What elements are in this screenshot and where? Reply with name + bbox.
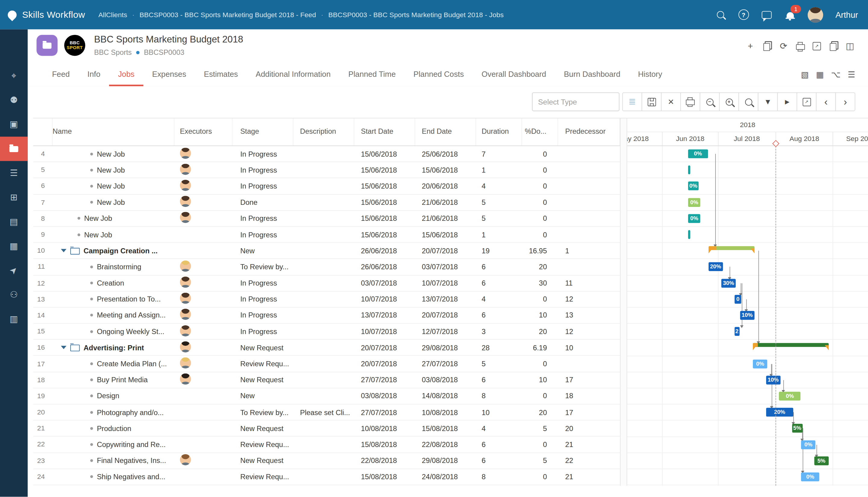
sidebar-item-documents[interactable]: ▤	[0, 210, 28, 234]
tab-planned-costs[interactable]: Planned Costs	[405, 63, 473, 86]
collapse-caret-icon[interactable]	[61, 346, 66, 350]
next-button[interactable]: ›	[836, 93, 855, 111]
panel-divider[interactable]	[620, 118, 627, 486]
table-row[interactable]: 4New JobIn Progress15/06/201825/06/20187…	[33, 146, 620, 162]
breadcrumb-item[interactable]: BBCSP0003 - BBC Sports Marketing Budget …	[328, 11, 504, 19]
list-icon[interactable]: ☰	[848, 70, 855, 79]
tab-planned-time[interactable]: Planned Time	[339, 63, 405, 86]
tab-additional-information[interactable]: Additional Information	[247, 63, 340, 86]
gantt-bar[interactable]	[688, 166, 690, 174]
collapse-caret-icon[interactable]	[61, 249, 66, 252]
gantt-bar[interactable]: 0%	[688, 182, 699, 190]
table-row[interactable]: 15Ongoing Weekly St...In Progress10/07/2…	[33, 324, 620, 340]
table-row[interactable]: 23Final Negatives, Ins...New Request22/0…	[33, 453, 620, 469]
gantt-bar[interactable]: 0%	[688, 214, 700, 223]
sidebar-item-tasks[interactable]: ☰	[0, 161, 28, 185]
add-button[interactable]: +	[745, 41, 756, 52]
table-row[interactable]: 19DesignNew03/08/201814/08/20188018	[33, 388, 620, 404]
client-name[interactable]: BBC Sports	[94, 48, 132, 57]
refresh-button[interactable]: ⟳	[778, 41, 789, 52]
table-row[interactable]: 20Photography and/o...To Review by...Ple…	[33, 404, 620, 421]
breadcrumb-item[interactable]: BBCSP0003 - BBC Sports Marketing Budget …	[140, 11, 316, 19]
table-row[interactable]: 8New JobIn Progress15/06/201821/06/20185…	[33, 211, 620, 227]
user-avatar[interactable]	[808, 7, 823, 22]
table-row[interactable]: 7New JobDone15/06/201821/06/201850	[33, 195, 620, 211]
clear-button[interactable]: ×	[661, 93, 681, 111]
gantt-bar[interactable]: 0%	[779, 392, 801, 400]
table-row[interactable]: 6New JobIn Progress15/06/201820/06/20184…	[33, 178, 620, 195]
gantt-bar[interactable]: 20%	[709, 262, 723, 271]
tab-overall-dashboard[interactable]: Overall Dashboard	[473, 63, 555, 86]
gantt-bar[interactable]: 0%	[688, 198, 700, 207]
play-button[interactable]: ▸	[777, 93, 797, 111]
tab-info[interactable]: Info	[79, 63, 109, 86]
export-button[interactable]: ↗	[812, 41, 822, 52]
select-type-input[interactable]	[532, 93, 619, 111]
breadcrumb-item[interactable]: AllClients	[98, 11, 127, 19]
search-icon[interactable]	[715, 9, 726, 20]
table-row[interactable]: 24Ship Negatives and...Review Requ...15/…	[33, 469, 620, 485]
sidebar-item-people[interactable]: ⚇	[0, 283, 28, 307]
tab-feed[interactable]: Feed	[43, 63, 78, 86]
sidebar-item-pointer[interactable]: ➤	[0, 258, 28, 283]
sidebar-item-location[interactable]: ⌖	[0, 63, 28, 88]
gantt-bar[interactable]: 5%	[814, 456, 828, 465]
table-row[interactable]: 14Meeting and Assign...In Progress13/07/…	[33, 308, 620, 324]
prev-button[interactable]: ‹	[816, 93, 836, 111]
cascade-button[interactable]	[828, 41, 839, 52]
gantt-bar[interactable]: 2	[734, 327, 740, 336]
table-row[interactable]: 17Create Media Plan (...Review Requ...20…	[33, 356, 620, 372]
gantt-bar[interactable]: 0	[734, 295, 741, 303]
hierarchy-icon[interactable]: ⌥	[831, 70, 841, 79]
table-row[interactable]: 13Presentation to To...In Progress10/07/…	[33, 291, 620, 308]
table-row[interactable]: 16Advertising: PrintNew Request20/07/201…	[33, 340, 620, 356]
table-row[interactable]: 21ProductionNew Request10/08/201815/08/2…	[33, 421, 620, 437]
table-row[interactable]: 5New JobIn Progress15/06/201815/06/20181…	[33, 162, 620, 179]
tab-expenses[interactable]: Expenses	[143, 63, 195, 86]
gantt-bar[interactable]: 0%	[801, 440, 815, 449]
tab-history[interactable]: History	[629, 63, 671, 86]
user-name[interactable]: Arthur	[836, 10, 858, 19]
chat-icon[interactable]	[761, 9, 772, 20]
sidebar-item-board[interactable]: ▦	[0, 234, 28, 258]
table-row[interactable]: 12CreationIn Progress03/07/201810/07/201…	[33, 275, 620, 292]
table-icon[interactable]: ▦	[816, 70, 824, 79]
help-icon[interactable]: ?	[738, 9, 749, 20]
zoom-dropdown-button[interactable]: ▾	[758, 93, 778, 111]
gantt-bar[interactable]: 30%	[722, 279, 736, 287]
tab-burn-dashboard[interactable]: Burn Dashboard	[555, 63, 629, 86]
sidebar-item-finance[interactable]: ⊞	[0, 185, 28, 210]
table-row[interactable]: 18Buy Print MediaNew Request27/07/201803…	[33, 372, 620, 388]
gantt-summary-bar[interactable]	[709, 246, 754, 255]
gantt-summary-bar[interactable]	[753, 343, 828, 352]
columns-button[interactable]: ◫	[845, 41, 855, 52]
project-folder-button[interactable]	[37, 35, 58, 56]
gantt-bar[interactable]: 10%	[766, 375, 780, 384]
export-button[interactable]: ↗	[797, 93, 816, 111]
table-row[interactable]: 11BrainstormingTo Review by...26/06/2018…	[33, 259, 620, 275]
critical-path-button[interactable]: ≣	[622, 93, 642, 111]
gantt-bar[interactable]	[688, 230, 690, 239]
table-row[interactable]: 22Copywriting and Re...Review Requ...15/…	[33, 437, 620, 453]
tab-jobs[interactable]: Jobs	[109, 63, 143, 86]
zoom-out-button[interactable]: −	[700, 93, 720, 111]
sidebar-item-briefcase[interactable]: ▣	[0, 112, 28, 137]
print-button[interactable]	[680, 93, 700, 111]
tab-estimates[interactable]: Estimates	[195, 63, 247, 86]
notifications-icon[interactable]: 1	[785, 9, 796, 20]
copy-button[interactable]	[761, 41, 772, 52]
gantt-bar[interactable]: 0%	[688, 150, 708, 158]
app-name[interactable]: Skills Workflow	[22, 9, 85, 20]
gantt-bar[interactable]: 5%	[792, 424, 802, 433]
gantt-bar[interactable]: 0%	[801, 473, 820, 481]
table-row[interactable]: 10Campaign Creation ...New26/06/201820/0…	[33, 243, 620, 259]
sidebar-item-team[interactable]: ⚉	[0, 88, 28, 112]
table-row[interactable]: 9New JobIn Progress15/06/201815/06/20181…	[33, 227, 620, 243]
sidebar-item-projects[interactable]	[0, 137, 28, 161]
sidebar-item-reports[interactable]: ▥	[0, 307, 28, 331]
zoom-fit-button[interactable]	[738, 93, 758, 111]
print-button[interactable]	[795, 41, 806, 52]
gantt-bar[interactable]: 0%	[753, 359, 767, 368]
gallery-icon[interactable]: ▧	[801, 70, 809, 79]
save-button[interactable]	[642, 93, 661, 111]
